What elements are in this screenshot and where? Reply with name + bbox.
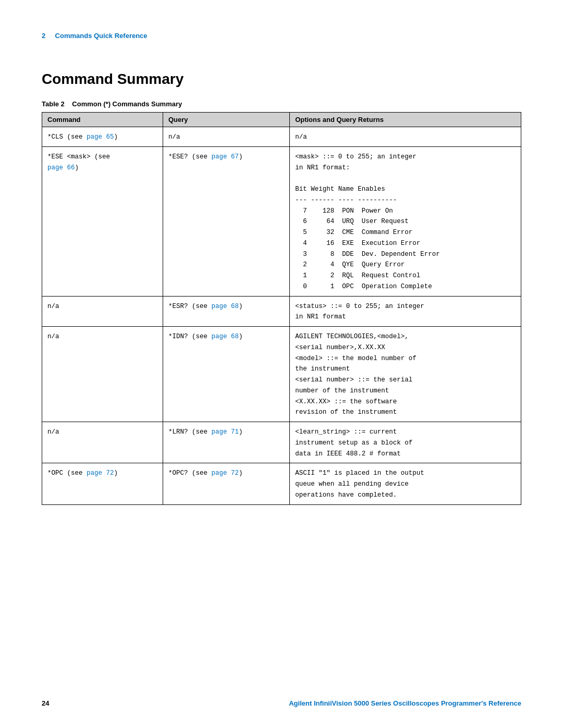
col-options: Options and Query Returns: [290, 113, 521, 127]
cell-query: *ESE? (see page 67): [163, 146, 289, 296]
link-page68b[interactable]: page 68: [212, 333, 239, 340]
footer: 24 Agilent InfiniiVision 5000 Series Osc…: [42, 699, 521, 707]
table-caption: Table 2 Common (*) Commands Summary: [42, 100, 521, 108]
table-row: n/a *ESR? (see page 68) <status> ::= 0 t…: [42, 296, 521, 327]
cell-command: *OPC (see page 72): [42, 463, 163, 504]
cell-options: <mask> ::= 0 to 255; an integerin NR1 fo…: [290, 146, 521, 296]
cell-query: *IDN? (see page 68): [163, 327, 289, 422]
cell-options: n/a: [290, 127, 521, 147]
footer-title: Agilent InfiniiVision 5000 Series Oscill…: [289, 699, 521, 707]
cell-query: *LRN? (see page 71): [163, 422, 289, 463]
link-page72b[interactable]: page 72: [212, 470, 239, 477]
cell-options: ASCII "1" is placed in the outputqueue w…: [290, 463, 521, 504]
cell-command: n/a: [42, 327, 163, 422]
table-header-row: Command Query Options and Query Returns: [42, 113, 521, 127]
chapter-header: 2 Commands Quick Reference: [42, 0, 521, 50]
cell-command: n/a: [42, 422, 163, 463]
link-page66[interactable]: page 66: [47, 164, 75, 171]
col-command: Command: [42, 113, 163, 127]
link-page68a[interactable]: page 68: [212, 303, 239, 310]
cell-options: AGILENT TECHNOLOGIES,<model>,<serial num…: [290, 327, 521, 422]
chapter-number: 2: [42, 32, 45, 40]
chapter-title: Commands Quick Reference: [47, 32, 147, 40]
page-container: 2 Commands Quick Reference Command Summa…: [0, 0, 563, 728]
cell-options: <learn_string> ::= currentinstrument set…: [290, 422, 521, 463]
table-row: n/a *IDN? (see page 68) AGILENT TECHNOLO…: [42, 327, 521, 422]
footer-page-number: 24: [42, 699, 49, 707]
cell-query: *ESR? (see page 68): [163, 296, 289, 327]
cell-options: <status> ::= 0 to 255; an integerin NR1 …: [290, 296, 521, 327]
cell-command: *ESE <mask> (see page 66): [42, 146, 163, 296]
link-page67[interactable]: page 67: [212, 153, 239, 161]
col-query: Query: [163, 113, 289, 127]
table-row: *OPC (see page 72) *OPC? (see page 72) A…: [42, 463, 521, 504]
table-row: *CLS (see page 65) n/a n/a: [42, 127, 521, 147]
command-table: Command Query Options and Query Returns …: [42, 112, 521, 505]
section-title: Command Summary: [42, 71, 521, 88]
link-page71[interactable]: page 71: [212, 428, 239, 436]
cell-command: *CLS (see page 65): [42, 127, 163, 147]
cell-query: n/a: [163, 127, 289, 147]
link-page65[interactable]: page 65: [87, 133, 114, 141]
table-row: n/a *LRN? (see page 71) <learn_string> :…: [42, 422, 521, 463]
table-row: *ESE <mask> (see page 66) *ESE? (see pag…: [42, 146, 521, 296]
link-page72a[interactable]: page 72: [87, 470, 114, 477]
cell-query: *OPC? (see page 72): [163, 463, 289, 504]
cell-command: n/a: [42, 296, 163, 327]
